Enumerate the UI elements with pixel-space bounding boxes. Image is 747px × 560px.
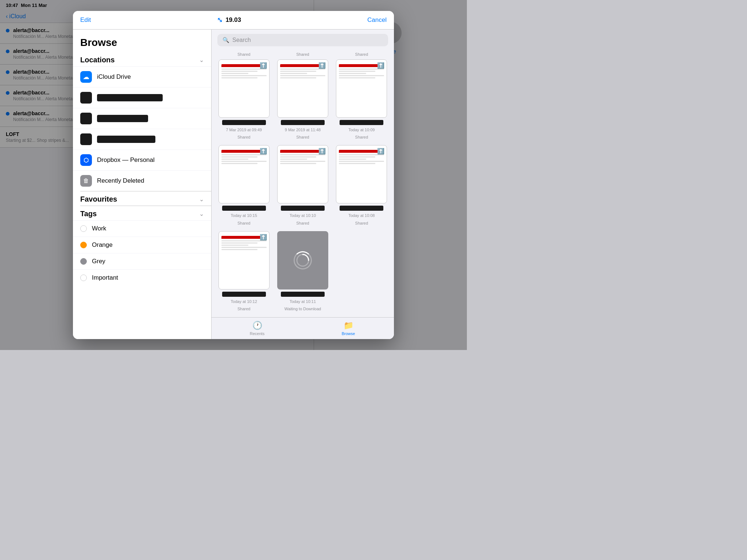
- redacted-icon-1: [80, 92, 92, 104]
- locations-chevron-icon: ⌄: [199, 57, 204, 63]
- search-placeholder: Search: [232, 37, 251, 43]
- recents-tab-icon: 🕐: [252, 321, 262, 330]
- file-item-5[interactable]: ⬆️ Today at 10:10 Shared: [276, 145, 329, 225]
- recents-tab-label: Recents: [250, 331, 264, 336]
- file-item-3[interactable]: ⬆️ Today at 10:09 Shared: [335, 59, 388, 139]
- upload-icon-7: ⬆️: [260, 234, 267, 241]
- favourites-label: Favourites: [80, 195, 117, 203]
- shared-label-1: Shared: [217, 52, 270, 57]
- file-date-8: Today at 10:11: [290, 299, 316, 304]
- file-name-redacted-6: [340, 206, 383, 211]
- modal-title: ⤡ 19.03: [217, 16, 241, 24]
- file-item-2[interactable]: ⬆️ 9 Mar 2019 at 11:48 Shared: [276, 59, 329, 139]
- loading-thumbnail: [277, 231, 328, 289]
- file-name-redacted-3: [340, 120, 383, 125]
- file-date-3: Today at 10:09: [348, 127, 375, 133]
- file-item-8[interactable]: Today at 10:11 Waiting to Download: [276, 231, 329, 311]
- tags-label: Tags: [80, 210, 97, 218]
- tag-item-orange[interactable]: Orange: [73, 237, 211, 253]
- upload-icon-1: ⬆️: [260, 62, 267, 69]
- cancel-button[interactable]: Cancel: [367, 16, 387, 24]
- search-bar[interactable]: 🔍 Search: [217, 34, 388, 46]
- modal-header: Edit ⤡ 19.03 Cancel: [73, 11, 394, 30]
- dropbox-icon: ⬡: [80, 154, 92, 166]
- redacted-location-2[interactable]: [73, 108, 211, 129]
- file-date-2: 9 Mar 2019 at 11:48: [285, 127, 321, 133]
- grey-tag-label: Grey: [92, 258, 105, 265]
- files-grid: ⬆️ 7 Mar 2019 at 09:49 Shared: [212, 57, 394, 317]
- files-content-area: 🔍 Search Shared Shared Shared: [212, 30, 394, 339]
- shared-label-2: Shared: [276, 52, 329, 57]
- search-icon: 🔍: [222, 37, 229, 43]
- file-status-4: Shared: [237, 221, 250, 225]
- file-name-redacted-7: [222, 292, 266, 297]
- tag-item-important[interactable]: Important: [73, 269, 211, 286]
- browse-sidebar: Browse Locations ⌄ ☁ iCloud Drive: [73, 30, 212, 339]
- upload-icon-3: ⬆️: [377, 62, 384, 69]
- orange-tag-dot: [80, 242, 87, 248]
- redacted-label-2: [97, 115, 148, 122]
- important-tag-dot: [80, 275, 87, 281]
- tab-browse[interactable]: 📁 Browse: [303, 318, 394, 339]
- icloud-drive-icon: ☁: [80, 71, 92, 83]
- redacted-label-3: [97, 136, 155, 143]
- browse-tab-icon: 📁: [344, 321, 353, 330]
- tab-recents[interactable]: 🕐 Recents: [212, 318, 303, 339]
- sidebar-item-icloud[interactable]: ☁ iCloud Drive: [73, 66, 211, 87]
- upload-icon-4: ⬆️: [260, 148, 267, 155]
- tags-section: Tags ⌄ Work Orange Grey: [73, 206, 211, 293]
- file-item-7[interactable]: ⬆️ Today at 10:12 Shared: [217, 231, 270, 311]
- icloud-drive-label: iCloud Drive: [97, 73, 131, 81]
- favourites-section-header[interactable]: Favourites ⌄: [73, 191, 211, 206]
- sidebar-item-dropbox[interactable]: ⬡ Dropbox — Personal: [73, 149, 211, 170]
- file-status-5: Shared: [296, 221, 309, 225]
- file-thumbnail-3: ⬆️: [336, 59, 387, 118]
- trash-icon: 🗑: [80, 175, 92, 187]
- upload-icon-2: ⬆️: [318, 62, 326, 69]
- file-name-redacted-2: [281, 120, 325, 125]
- file-date-4: Today at 10:15: [231, 213, 257, 218]
- files-modal: Edit ⤡ 19.03 Cancel Browse Locations ⌄ ☁: [73, 11, 394, 339]
- spinner-icon: [294, 251, 312, 269]
- tag-item-grey[interactable]: Grey: [73, 253, 211, 269]
- redacted-icon-3: [80, 133, 92, 145]
- browse-title: Browse: [73, 30, 211, 52]
- file-item-4[interactable]: ⬆️ Today at 10:15 Shared: [217, 145, 270, 225]
- file-date-7: Today at 10:12: [231, 299, 257, 304]
- file-date-6: Today at 10:08: [348, 213, 375, 218]
- file-thumbnail-7: ⬆️: [218, 231, 270, 289]
- redacted-location-1[interactable]: [73, 87, 211, 108]
- file-name-redacted-1: [222, 120, 266, 125]
- resize-icon[interactable]: ⤡: [217, 16, 222, 24]
- modal-title-text: 19.03: [225, 16, 241, 24]
- file-item-6[interactable]: ⬆️ Today at 10:08 Shared: [335, 145, 388, 225]
- tags-chevron-icon: ⌄: [199, 210, 204, 217]
- work-tag-label: Work: [92, 225, 106, 232]
- edit-button[interactable]: Edit: [80, 16, 91, 24]
- redacted-icon-2: [80, 113, 92, 124]
- work-tag-dot: [80, 225, 87, 232]
- tab-bar: 🕐 Recents 📁 Browse: [212, 317, 394, 339]
- file-item-1[interactable]: ⬆️ 7 Mar 2019 at 09:49 Shared: [217, 59, 270, 139]
- file-status-2: Shared: [296, 135, 309, 139]
- dropbox-label: Dropbox — Personal: [97, 156, 155, 164]
- sidebar-item-recently-deleted[interactable]: 🗑 Recently Deleted: [73, 170, 211, 191]
- modal-overlay: Edit ⤡ 19.03 Cancel Browse Locations ⌄ ☁: [0, 0, 467, 350]
- grey-tag-dot: [80, 258, 87, 265]
- redacted-label-1: [97, 94, 163, 101]
- file-name-redacted-5: [281, 206, 325, 211]
- file-status-8: Waiting to Download: [285, 307, 321, 311]
- redacted-location-3[interactable]: [73, 129, 211, 149]
- locations-section-header[interactable]: Locations ⌄: [73, 52, 211, 66]
- file-status-6: Shared: [355, 221, 368, 225]
- modal-body: Browse Locations ⌄ ☁ iCloud Drive: [73, 30, 394, 339]
- file-thumbnail-6: ⬆️: [336, 145, 387, 203]
- orange-tag-label: Orange: [92, 241, 113, 249]
- tag-item-work[interactable]: Work: [73, 220, 211, 237]
- file-status-3: Shared: [355, 135, 368, 139]
- upload-icon-5: ⬆️: [318, 148, 326, 155]
- file-status-1: Shared: [237, 135, 250, 139]
- file-thumbnail-1: ⬆️: [218, 59, 270, 118]
- file-name-redacted-8: [281, 292, 325, 297]
- tags-section-header[interactable]: Tags ⌄: [73, 206, 211, 220]
